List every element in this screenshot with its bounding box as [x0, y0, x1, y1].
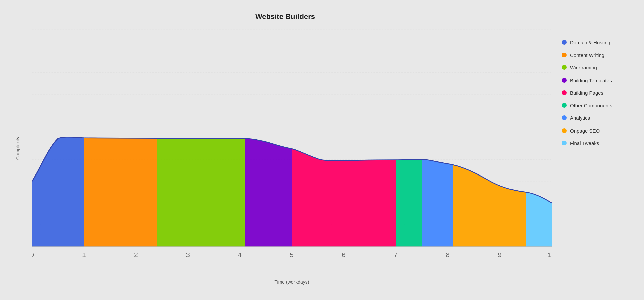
svg-text:0: 0	[32, 251, 34, 258]
legend-item-final-tweaks: Final Tweaks	[562, 140, 632, 147]
x-axis-labels: 0 1 2 3 4 5 6 7 8 9 10	[32, 251, 552, 258]
area-domain-hosting	[32, 137, 84, 246]
legend-label-content-writing: Content Writing	[570, 52, 604, 59]
legend-item-building-pages: Building Pages	[562, 90, 632, 96]
svg-text:8: 8	[446, 251, 450, 258]
legend-dot-onpage-seo	[562, 128, 567, 133]
y-axis-label: Complexity	[15, 137, 20, 160]
legend-item-wireframing: Wireframing	[562, 64, 632, 71]
legend-label-final-tweaks: Final Tweaks	[570, 140, 599, 147]
chart-area: Website Builders Complexity Time (workda…	[12, 12, 558, 288]
chart-container: Website Builders Complexity Time (workda…	[0, 0, 644, 300]
chart-wrapper: Website Builders Complexity Time (workda…	[12, 12, 632, 288]
legend-dot-wireframing	[562, 65, 567, 70]
area-other-components	[396, 159, 422, 246]
svg-text:10: 10	[548, 251, 552, 258]
chart-title: Website Builders	[12, 12, 558, 21]
legend-item-content-writing: Content Writing	[562, 52, 632, 59]
chart-svg-area: 0 1 2 3 4 5 6 7 8 9 10 0	[32, 29, 552, 267]
svg-text:5: 5	[290, 251, 294, 258]
legend-dot-building-pages	[562, 90, 567, 95]
legend-label-domain-hosting: Domain & Hosting	[570, 39, 610, 46]
legend-dot-domain-hosting	[562, 40, 567, 45]
svg-text:2: 2	[134, 251, 138, 258]
legend-label-onpage-seo: Onpage SEO	[570, 128, 600, 134]
legend-label-other-components: Other Components	[570, 102, 612, 109]
legend-item-onpage-seo: Onpage SEO	[562, 128, 632, 134]
x-axis-label: Time (workdays)	[275, 279, 309, 285]
area-content-writing	[84, 138, 157, 247]
legend-item-analytics: Analytics	[562, 115, 632, 121]
legend-label-wireframing: Wireframing	[570, 64, 597, 71]
legend-item-domain-hosting: Domain & Hosting	[562, 39, 632, 46]
area-wireframing	[157, 138, 245, 247]
legend-label-analytics: Analytics	[570, 115, 590, 121]
chart-svg: 0 1 2 3 4 5 6 7 8 9 10 0	[32, 29, 552, 267]
area-building-pages	[292, 149, 396, 246]
legend-dot-analytics	[562, 115, 567, 120]
svg-text:9: 9	[498, 251, 502, 258]
area-analytics	[422, 159, 453, 246]
legend-item-other-components: Other Components	[562, 102, 632, 109]
area-onpage-seo	[453, 165, 526, 246]
svg-text:6: 6	[342, 251, 346, 258]
svg-text:3: 3	[186, 251, 190, 258]
legend-label-building-pages: Building Pages	[570, 90, 603, 96]
legend-dot-other-components	[562, 103, 567, 108]
svg-text:7: 7	[394, 251, 398, 258]
legend-dot-content-writing	[562, 53, 567, 57]
svg-text:4: 4	[238, 251, 242, 258]
svg-text:1: 1	[82, 251, 86, 258]
legend-dot-final-tweaks	[562, 141, 567, 145]
legend-item-building-templates: Building Templates	[562, 77, 632, 84]
legend: Domain & Hosting Content Writing Wirefra…	[558, 12, 632, 147]
area-building-templates	[245, 139, 292, 247]
legend-label-building-templates: Building Templates	[570, 77, 612, 84]
legend-dot-building-templates	[562, 78, 567, 83]
